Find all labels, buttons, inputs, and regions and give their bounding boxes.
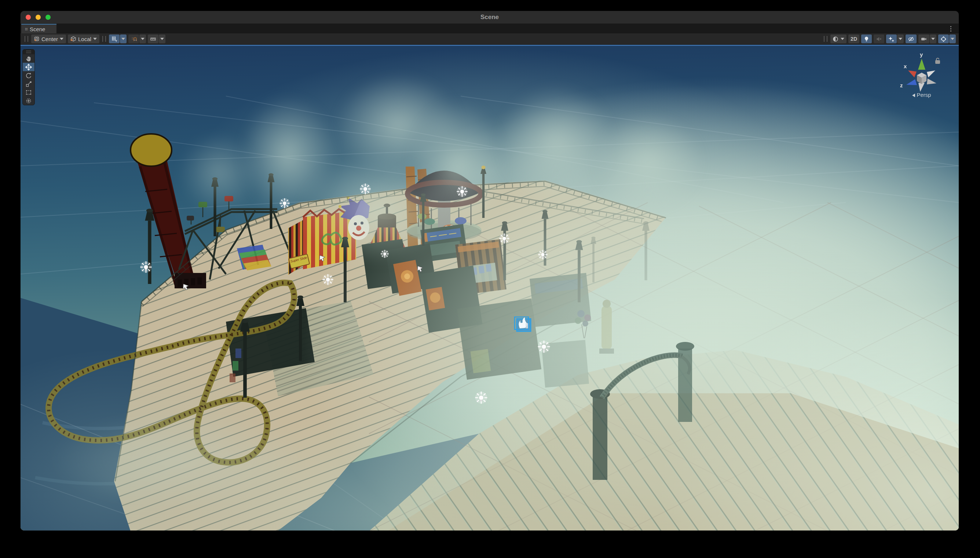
snap-toggle-dropdown[interactable]: [139, 34, 146, 43]
shading-mode-dropdown[interactable]: [830, 34, 847, 43]
camera-overlay-button[interactable]: [918, 34, 929, 43]
audio-toggle[interactable]: [873, 34, 884, 43]
tool-move[interactable]: [23, 63, 34, 71]
gizmos-dropdown[interactable]: [949, 34, 956, 43]
snap-toggle-button[interactable]: [128, 34, 139, 43]
axis-z-cone[interactable]: [906, 79, 917, 85]
pivot-center-icon: [34, 36, 39, 42]
light-bulb-icon: [864, 36, 870, 42]
projection-label: Persp: [916, 92, 931, 98]
scene-viewport[interactable]: Super Slide: [21, 45, 959, 530]
axis-x-cone[interactable]: [908, 71, 916, 77]
axis-y-label: y: [920, 51, 923, 57]
toolbar-separator: [102, 36, 106, 42]
tab-options-kebab-icon[interactable]: [948, 26, 954, 31]
shading-sphere-icon: [833, 36, 839, 42]
svg-text:Y: Y: [115, 39, 117, 42]
gizmo-sprites: [21, 45, 959, 530]
pivot-mode-dropdown[interactable]: Center: [31, 34, 66, 43]
transform-combined-icon: [25, 98, 32, 104]
scene-focus-highlight: [21, 45, 959, 46]
effects-sparkle-icon: [888, 36, 895, 42]
window-titlebar[interactable]: Scene: [21, 11, 959, 24]
scene-grid-icon: ⌗: [25, 26, 28, 31]
axis-y-cone[interactable]: [918, 59, 925, 70]
window-title: Scene: [21, 11, 959, 23]
axis-cube[interactable]: [917, 73, 926, 84]
effects-toggle[interactable]: [886, 34, 897, 43]
chevron-down-icon: [841, 38, 844, 40]
tab-scene[interactable]: ⌗ Scene: [21, 24, 56, 33]
camera-dropdown[interactable]: [930, 34, 936, 43]
axis-z-label: z: [900, 82, 903, 89]
pivot-mode-label: Center: [41, 36, 58, 42]
scene-lighting-toggle[interactable]: [861, 34, 872, 43]
tab-bar: ⌗ Scene: [21, 24, 959, 33]
toolbar-separator: [824, 36, 828, 42]
grid-snapping-dropdown[interactable]: [120, 34, 126, 43]
unity-scene-window: Scene ⌗ Scene Center: [21, 11, 959, 530]
scene-orientation-gizmo: y x z Persp: [894, 48, 949, 103]
gizmos-toggle[interactable]: [938, 34, 949, 43]
magnet-snap-icon: [131, 36, 137, 42]
speaker-muted-icon: [876, 36, 882, 42]
orientation-label: Local: [78, 36, 91, 42]
sprite-arrow-gizmos[interactable]: [183, 255, 423, 290]
gizmos-sphere-icon: [941, 36, 947, 42]
tool-view-hand[interactable]: [23, 54, 34, 63]
snap-increment-ruler-icon: [150, 36, 156, 42]
tool-transform[interactable]: [23, 97, 34, 105]
toolbar-drag-handle[interactable]: [25, 36, 28, 42]
tools-drag-handle[interactable]: [23, 49, 34, 54]
2d-view-toggle[interactable]: 2D: [848, 34, 859, 43]
axis-x-label: x: [904, 63, 907, 69]
snap-increment-dropdown[interactable]: [159, 34, 166, 43]
scene-toolbar: Center Local Y: [21, 33, 959, 45]
tool-scale[interactable]: [23, 80, 34, 88]
transform-tools-overlay: [22, 49, 35, 105]
projection-arrow-icon: [912, 94, 915, 97]
grid-snap-icon: Y: [111, 36, 117, 42]
2d-label: 2D: [851, 36, 857, 42]
unlocked-padlock-icon[interactable]: [935, 58, 940, 64]
projection-toggle[interactable]: Persp: [894, 92, 949, 98]
tool-rotate[interactable]: [23, 71, 34, 80]
tool-rect[interactable]: [23, 88, 34, 97]
local-cube-icon: [70, 36, 76, 42]
grid-snapping-button[interactable]: Y: [109, 34, 120, 43]
chevron-down-icon: [93, 38, 97, 40]
light-gizmo-sprites[interactable]: [141, 184, 550, 404]
hand-icon: [25, 56, 32, 62]
particle-system-gizmo[interactable]: [515, 317, 531, 331]
camera-icon: [921, 36, 927, 42]
scale-icon: [25, 81, 32, 87]
orientation-dropdown[interactable]: Local: [68, 34, 99, 43]
tab-label: Scene: [30, 26, 46, 32]
desktop: Scene ⌗ Scene Center: [0, 0, 980, 558]
eye-slash-icon: [908, 36, 914, 42]
snap-increment-button[interactable]: [148, 34, 159, 43]
rotate-icon: [25, 72, 32, 79]
rect-tool-icon: [25, 89, 32, 96]
hidden-objects-toggle[interactable]: [906, 34, 916, 43]
move-arrows-icon: [25, 64, 32, 71]
effects-dropdown[interactable]: [897, 34, 904, 43]
chevron-down-icon: [60, 38, 64, 40]
